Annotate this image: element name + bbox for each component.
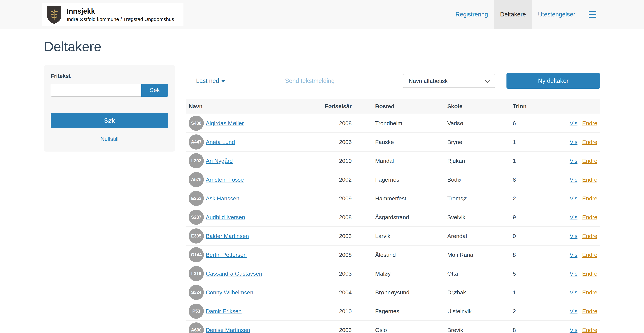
reset-link[interactable]: Nullstill: [100, 136, 118, 142]
filter-divider: [51, 105, 168, 105]
skole-cell: Bodø: [426, 170, 491, 189]
view-link[interactable]: Vis: [570, 289, 578, 295]
name-cell: Algirdas Møller: [206, 114, 322, 133]
birthyear-cell: 2003: [322, 320, 353, 333]
actions-cell: VisEndre: [540, 227, 600, 245]
participant-name-link[interactable]: Balder Martinsen: [206, 233, 249, 239]
fritekst-input[interactable]: [51, 84, 142, 97]
download-label: Last ned: [196, 77, 219, 84]
hamburger-menu-icon[interactable]: [581, 0, 604, 29]
participant-name-link[interactable]: Arnstein Fosse: [206, 176, 244, 183]
edit-link[interactable]: Endre: [582, 195, 598, 202]
participant-code-badge: A600: [189, 322, 204, 333]
participant-name-link[interactable]: Cassandra Gustavsen: [206, 270, 262, 277]
view-link[interactable]: Vis: [570, 270, 578, 277]
participant-name-link[interactable]: Aneta Lund: [206, 139, 235, 145]
actions-cell: VisEndre: [540, 114, 600, 133]
nav-item-registrering[interactable]: Registrering: [450, 0, 494, 29]
skole-cell: Ulsteinvik: [426, 302, 491, 320]
edit-link[interactable]: Endre: [582, 327, 598, 333]
name-cell: Denise Martinsen: [206, 320, 322, 333]
org-subtitle: Indre Østfold kommune / Trøgstad Ungdoms…: [67, 17, 174, 22]
column-header-fodselsar: Fødselsår: [322, 99, 353, 114]
view-link[interactable]: Vis: [570, 233, 578, 239]
birthyear-cell: 2006: [322, 133, 353, 151]
avatar-cell: S324: [186, 283, 206, 302]
actions-cell: VisEndre: [540, 208, 600, 227]
caret-down-icon: [221, 80, 225, 82]
participant-name-link[interactable]: Algirdas Møller: [206, 120, 244, 126]
avatar-cell: L292: [186, 151, 206, 170]
edit-link[interactable]: Endre: [582, 252, 598, 258]
nav-item-deltakere[interactable]: Deltakere: [494, 0, 532, 29]
trinn-cell: 1: [491, 151, 540, 170]
main-nav: Registrering Deltakere Utestengelser: [450, 0, 604, 29]
fritekst-label: Fritekst: [51, 73, 168, 79]
avatar-cell: A600: [186, 320, 206, 333]
fritekst-input-group: Søk: [51, 84, 168, 97]
actions-cell: VisEndre: [540, 283, 600, 302]
view-link[interactable]: Vis: [570, 120, 578, 126]
send-sms-link[interactable]: Send tekstmelding: [285, 77, 334, 84]
skole-cell: Brevik: [426, 320, 491, 333]
participant-name-link[interactable]: Audhild Iversen: [206, 214, 245, 220]
edit-link[interactable]: Endre: [582, 158, 598, 164]
app-header: Innsjekk Indre Østfold kommune / Trøgsta…: [0, 0, 644, 29]
name-cell: Audhild Iversen: [206, 208, 322, 227]
edit-link[interactable]: Endre: [582, 176, 598, 183]
edit-link[interactable]: Endre: [582, 270, 598, 277]
name-cell: Ask Hanssen: [206, 189, 322, 208]
bosted-cell: Mandal: [353, 151, 426, 170]
sort-select[interactable]: Navn alfabetisk: [403, 74, 496, 88]
view-link[interactable]: Vis: [570, 158, 578, 164]
birthyear-cell: 2010: [322, 151, 353, 170]
nav-item-utestengelser[interactable]: Utestengelser: [532, 0, 581, 29]
new-participant-button[interactable]: Ny deltaker: [506, 73, 600, 89]
participant-code-badge: S287: [189, 210, 204, 225]
birthyear-cell: 2004: [322, 283, 353, 302]
view-link[interactable]: Vis: [570, 176, 578, 183]
view-link[interactable]: Vis: [570, 139, 578, 145]
view-link[interactable]: Vis: [570, 327, 578, 333]
download-dropdown[interactable]: Last ned: [196, 77, 225, 84]
actions-cell: VisEndre: [540, 302, 600, 320]
table-row: S324 Conny Wilhelmsen 2004 Brønnøysund D…: [186, 283, 600, 302]
bosted-cell: Fauske: [353, 133, 426, 151]
participants-table: Navn Fødselsår Bosted Skole Trinn S438 A…: [186, 99, 600, 333]
view-link[interactable]: Vis: [570, 195, 578, 202]
bosted-cell: Måløy: [353, 264, 426, 283]
edit-link[interactable]: Endre: [582, 139, 598, 145]
participant-code-badge: S324: [189, 285, 204, 300]
inline-search-button[interactable]: Søk: [142, 84, 168, 97]
participant-code-badge: O144: [189, 247, 204, 262]
view-link[interactable]: Vis: [570, 308, 578, 314]
participant-code-badge: E253: [189, 191, 204, 206]
skole-cell: Arendal: [426, 227, 491, 245]
bosted-cell: Fagernes: [353, 170, 426, 189]
avatar-cell: S287: [186, 208, 206, 227]
search-button[interactable]: Søk: [51, 113, 168, 128]
view-link[interactable]: Vis: [570, 252, 578, 258]
participant-name-link[interactable]: Ask Hanssen: [206, 195, 239, 202]
skole-cell: Mo i Rana: [426, 245, 491, 264]
logo-text: Innsjekk Indre Østfold kommune / Trøgsta…: [67, 7, 174, 22]
skole-cell: Drøbak: [426, 283, 491, 302]
birthyear-cell: 2002: [322, 170, 353, 189]
participant-name-link[interactable]: Conny Wilhelmsen: [206, 289, 253, 295]
participant-name-link[interactable]: Damir Eriksen: [206, 308, 242, 314]
participant-name-link[interactable]: Denise Martinsen: [206, 327, 250, 333]
trinn-cell: 1: [491, 283, 540, 302]
actions-cell: VisEndre: [540, 133, 600, 151]
edit-link[interactable]: Endre: [582, 214, 598, 220]
edit-link[interactable]: Endre: [582, 120, 598, 126]
avatar-cell: L319: [186, 264, 206, 283]
bosted-cell: Fagernes: [353, 302, 426, 320]
edit-link[interactable]: Endre: [582, 233, 598, 239]
edit-link[interactable]: Endre: [582, 289, 598, 295]
table-row: O144 Bertin Pettersen 2008 Ålesund Mo i …: [186, 245, 600, 264]
participant-name-link[interactable]: Ari Nygård: [206, 158, 233, 164]
participant-name-link[interactable]: Bertin Pettersen: [206, 252, 247, 258]
skole-cell: Otta: [426, 264, 491, 283]
edit-link[interactable]: Endre: [582, 308, 598, 314]
view-link[interactable]: Vis: [570, 214, 578, 220]
